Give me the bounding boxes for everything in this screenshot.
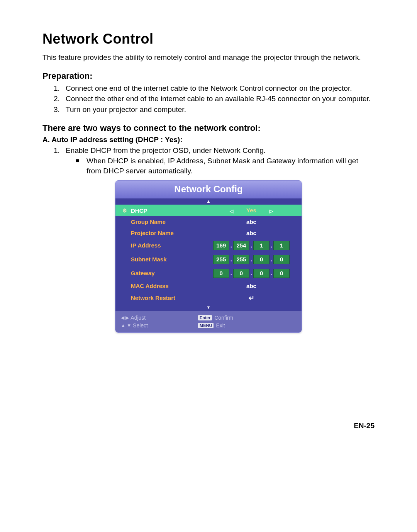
ip-octet: 0 xyxy=(233,269,249,278)
page-number: EN-25 xyxy=(42,422,375,430)
osd-row-mac[interactable]: MAC Address abc xyxy=(115,280,302,291)
chevron-left-icon[interactable]: ◁ xyxy=(230,208,233,214)
osd-footer: ◀ ▶ Adjust Enter Confirm ▲ ▼ Select MENU… xyxy=(115,311,302,332)
foot-exit: Exit xyxy=(216,322,225,329)
osd-group-name-label: Group Name xyxy=(131,219,208,225)
osd-gateway-value: 0. 0. 0. 0 xyxy=(208,269,295,278)
page-title: Network Control xyxy=(42,31,375,47)
osd-subnet-value: 255. 255. 0. 0 xyxy=(208,255,295,264)
ip-octet: 0 xyxy=(273,269,290,278)
osd-row-subnet[interactable]: Subnet Mask 255. 255. 0. 0 xyxy=(115,252,302,266)
osd-ip-label: IP Address xyxy=(131,242,208,249)
ip-octet: 255 xyxy=(213,255,229,264)
osd-projector-name-value: abc xyxy=(208,230,295,236)
osd-projector-name-label: Projector Name xyxy=(131,230,208,236)
method-a-bullet-1: When DHCP is enabled, IP Address, Subnet… xyxy=(78,156,375,176)
ip-octet: 0 xyxy=(253,255,270,264)
osd-title: Network Config xyxy=(115,181,302,198)
osd-row-projector-name[interactable]: Projector Name abc xyxy=(115,227,302,239)
osd-dhcp-label: DHCP xyxy=(131,207,208,214)
foot-select: Select xyxy=(133,322,148,329)
ip-octet: 0 xyxy=(253,269,270,278)
up-down-icon: ▲ ▼ xyxy=(121,323,131,328)
method-a-heading: A. Auto IP address setting (DHCP : Yes): xyxy=(42,136,375,144)
osd-row-dhcp[interactable]: ⚙ DHCP ◁ Yes ▷ xyxy=(115,205,302,216)
prep-step-3: Turn on your projector and computer. xyxy=(62,105,375,115)
preparation-heading: Preparation: xyxy=(42,71,375,81)
osd-panel: Network Config ▲ ⚙ DHCP ◁ Yes ▷ Group Na… xyxy=(115,180,302,332)
osd-restart-label: Network Restart xyxy=(131,295,208,301)
chevron-right-icon[interactable]: ▷ xyxy=(270,208,273,214)
method-a-list: Enable DHCP from the projector OSD, unde… xyxy=(42,146,375,156)
ip-octet: 0 xyxy=(213,269,229,278)
osd-mac-label: MAC Address xyxy=(131,283,208,289)
preparation-list: Connect one end of the internet cable to… xyxy=(42,83,375,115)
osd-subnet-label: Subnet Mask xyxy=(131,256,208,263)
osd-row-gateway[interactable]: Gateway 0. 0. 0. 0 xyxy=(115,266,302,280)
osd-row-ip[interactable]: IP Address 169. 254. 1. 1 xyxy=(115,239,302,252)
gear-icon: ⚙ xyxy=(122,208,131,213)
ip-octet: 0 xyxy=(273,255,290,264)
osd-scroll-down: ▼ xyxy=(115,305,302,311)
osd-dhcp-value: Yes xyxy=(246,207,257,213)
menu-key-icon: MENU xyxy=(198,323,214,328)
method-a-sublist: When DHCP is enabled, IP Address, Subnet… xyxy=(42,156,375,176)
osd-gateway-label: Gateway xyxy=(131,270,208,276)
ip-octet: 1 xyxy=(253,241,270,250)
foot-confirm: Confirm xyxy=(214,315,233,321)
osd-ip-value: 169. 254. 1. 1 xyxy=(208,241,295,250)
osd-row-restart[interactable]: Network Restart ↵ xyxy=(115,291,302,305)
osd-scroll-up: ▲ xyxy=(115,198,302,205)
intro-text: This feature provides the ability to rem… xyxy=(42,53,375,63)
ip-octet: 254 xyxy=(233,241,249,250)
foot-adjust: Adjust xyxy=(131,315,146,321)
prep-step-2: Connect the other end of the internet ca… xyxy=(62,94,375,104)
enter-key-icon: Enter xyxy=(198,315,212,320)
osd-mac-value: abc xyxy=(208,283,295,289)
osd-row-group-name[interactable]: Group Name abc xyxy=(115,216,302,227)
enter-icon: ↵ xyxy=(249,294,254,302)
method-a-step-1: Enable DHCP from the projector OSD, unde… xyxy=(62,146,375,156)
ip-octet: 1 xyxy=(273,241,290,250)
ways-heading: There are two ways to connect to the net… xyxy=(42,123,375,133)
osd-group-name-value: abc xyxy=(208,219,295,225)
left-right-icon: ◀ ▶ xyxy=(121,315,129,320)
ip-octet: 255 xyxy=(233,255,249,264)
ip-octet: 169 xyxy=(213,241,229,250)
prep-step-1: Connect one end of the internet cable to… xyxy=(62,83,375,93)
